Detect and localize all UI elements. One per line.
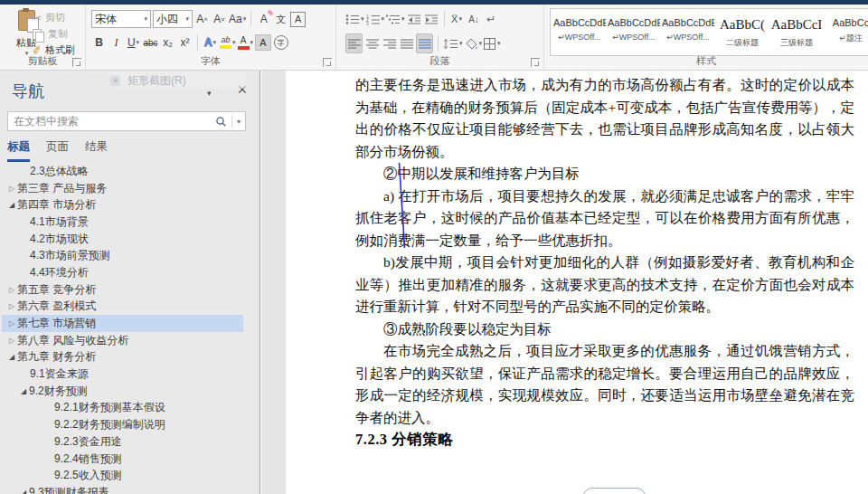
sort-button[interactable]: A↓: [467, 10, 482, 28]
collapse-chevron-icon[interactable]: ◢: [6, 201, 17, 209]
expand-chevron-icon[interactable]: ▷: [6, 286, 17, 294]
strikethrough-button[interactable]: abc: [143, 33, 158, 52]
increase-indent-button[interactable]: [424, 10, 439, 28]
show-hide-marks-button[interactable]: ↵: [484, 10, 499, 28]
style-card[interactable]: AaBbCc↵题注: [825, 11, 868, 53]
expand-chevron-icon[interactable]: ▷: [6, 185, 17, 193]
document-paragraph[interactable]: b)发展中期，项目会针对更加细化的人群（例如摄影爱好者、教育机构和企业等）推出更…: [355, 252, 854, 318]
nav-heading-item[interactable]: ▷第六章 盈利模式: [2, 299, 243, 316]
grow-font-button[interactable]: A˄: [194, 10, 210, 28]
document-paragraph[interactable]: 在市场完全成熟之后，项目应才采取更多的优惠服务，通过饥饿营销方式，引起客户的购买…: [355, 340, 854, 429]
highlight-button[interactable]: ab ▾: [220, 33, 236, 52]
nav-tab-标题[interactable]: 标题: [7, 139, 30, 162]
style-card[interactable]: AaBbCcI三级标题: [770, 11, 823, 53]
underline-button[interactable]: U▾: [126, 33, 141, 52]
collapse-chevron-icon[interactable]: ◢: [18, 387, 29, 395]
nav-heading-item[interactable]: 4.2市场现状: [2, 231, 267, 248]
paragraph-dialog-launcher-icon[interactable]: [531, 58, 540, 67]
rounded-rectangle-shape[interactable]: [583, 488, 646, 494]
document-paragraph[interactable]: ②中期以发展和维持客户为目标: [355, 163, 854, 185]
search-icon[interactable]: [211, 116, 231, 128]
justify-button[interactable]: [399, 34, 414, 52]
shrink-font-button[interactable]: A˅: [212, 10, 227, 28]
change-case-button[interactable]: Aa▾: [229, 10, 246, 28]
document-search-box[interactable]: ▾: [7, 111, 246, 131]
nav-heading-item[interactable]: 9.2.1财务预测基本假设: [2, 400, 280, 417]
nav-tab-页面[interactable]: 页面: [46, 139, 69, 162]
style-card[interactable]: AaBbCcDdE↵WPSOff...: [553, 11, 606, 53]
expand-chevron-icon[interactable]: ▷: [6, 319, 17, 328]
line-spacing-button[interactable]: ▾: [443, 34, 463, 52]
nav-heading-item[interactable]: ◢第九章 财务分析: [2, 349, 243, 366]
distribute-button[interactable]: [416, 33, 433, 53]
document-page[interactable]: 的主要任务是迅速进入市场，成为有力的市场高份额占有者。这时的定价以成本为基础，在…: [286, 71, 868, 494]
phonetic-guide-button[interactable]: 文: [273, 10, 288, 28]
separator: [197, 34, 198, 51]
copy-button[interactable]: 复制: [33, 27, 68, 41]
bold-button[interactable]: B: [91, 33, 107, 52]
font-dialog-launcher-icon[interactable]: [323, 58, 332, 67]
paragraph-group-label: 段落: [336, 54, 543, 68]
nav-heading-item[interactable]: ◢第四章 市场分析: [2, 196, 243, 214]
nav-heading-item[interactable]: ▷第三章 产品与服务: [2, 180, 243, 197]
font-name-select[interactable]: 宋体 ▾: [91, 10, 151, 28]
align-right-button[interactable]: [382, 34, 397, 52]
style-card[interactable]: AaBbCcDdE↵WPSOff...: [608, 11, 660, 53]
search-options-chevron-icon[interactable]: ▾: [232, 118, 245, 126]
nav-heading-item[interactable]: 2.3总体战略: [2, 163, 267, 180]
italic-button[interactable]: I: [108, 33, 124, 52]
style-card[interactable]: AaBbC(二级标题: [716, 11, 769, 53]
nav-heading-item[interactable]: ◢9.2财务预测: [2, 383, 255, 400]
superscript-button[interactable]: x²: [177, 33, 193, 52]
enclose-characters-button[interactable]: 字: [273, 33, 288, 52]
document-heading[interactable]: 7.2.3 分销策略: [355, 429, 854, 451]
nav-heading-item[interactable]: 9.2.4销售预测: [2, 451, 280, 468]
nav-heading-item[interactable]: 9.2.3资金用途: [2, 433, 280, 451]
expand-chevron-icon[interactable]: ▷: [6, 337, 17, 345]
subscript-button[interactable]: x₂: [160, 33, 175, 52]
borders-button[interactable]: ▾: [484, 34, 501, 52]
character-border-button[interactable]: A: [290, 10, 306, 28]
document-body[interactable]: 的主要任务是迅速进入市场，成为有力的市场高份额占有者。这时的定价以成本为基础，在…: [355, 74, 854, 451]
multilevel-list-button[interactable]: ▾: [386, 10, 405, 28]
collapse-chevron-icon[interactable]: ◢: [6, 353, 17, 361]
nav-heading-item[interactable]: 4.1市场背景: [2, 214, 267, 231]
align-left-button[interactable]: [345, 33, 363, 53]
shading-button[interactable]: ▾: [465, 34, 483, 52]
font-name-value: 宋体: [95, 12, 117, 27]
asian-layout-button[interactable]: Ẍ▾: [449, 10, 465, 28]
navigation-options-chevron-icon[interactable]: ▾: [207, 89, 212, 98]
cut-button[interactable]: ✂ 剪切: [33, 11, 65, 24]
clipboard-dialog-launcher-icon[interactable]: [72, 58, 81, 67]
document-paragraph[interactable]: a) 在打开市场后，项目要想持久的发展，就必须满足忠诚客户的需求，牢牢抓住老客户…: [355, 185, 854, 252]
document-paragraph[interactable]: 的主要任务是迅速进入市场，成为有力的市场高份额占有者。这时的定价以成本为基础，在…: [355, 74, 854, 163]
nav-heading-label: 第六章 盈利模式: [17, 299, 96, 314]
bullets-button[interactable]: ▾: [345, 10, 364, 28]
align-center-button[interactable]: [364, 34, 380, 52]
nav-heading-item[interactable]: 9.2.5收入预测: [2, 467, 280, 484]
nav-heading-item[interactable]: ▷第五章 竞争分析: [2, 281, 243, 299]
nav-heading-item[interactable]: ▷第八章 风险与收益分析: [2, 332, 243, 349]
collapse-chevron-icon[interactable]: ◢: [18, 489, 29, 494]
style-card[interactable]: AaBbCcDdE↵WPSOff...: [662, 11, 714, 53]
nav-heading-item[interactable]: 4.3市场前景预测: [2, 247, 267, 264]
nav-heading-item[interactable]: ▷第七章 市场营销: [2, 315, 243, 332]
search-input[interactable]: [8, 115, 211, 128]
font-color-button[interactable]: A ▾: [238, 33, 254, 52]
expand-chevron-icon[interactable]: ▷: [6, 302, 17, 310]
clear-format-button[interactable]: A: [256, 10, 271, 28]
nav-heading-item[interactable]: 9.2.2财务预测编制说明: [2, 416, 280, 433]
decrease-indent-button[interactable]: [407, 10, 422, 28]
nav-heading-item[interactable]: 9.1资金来源: [2, 366, 267, 383]
nav-heading-item[interactable]: 4.4环境分析: [2, 264, 267, 281]
character-shading-button[interactable]: A: [255, 33, 271, 52]
document-paragraph[interactable]: ③成熟阶段要以稳定为目标: [355, 318, 854, 341]
nav-heading-item[interactable]: ◢9.3预测财务报表: [2, 484, 255, 494]
text-effects-button[interactable]: A▾: [203, 33, 218, 52]
nav-tab-结果[interactable]: 结果: [85, 139, 108, 162]
nav-heading-label: 9.2.5收入预测: [54, 468, 122, 483]
font-size-select[interactable]: 小四 ▾: [153, 10, 193, 28]
nav-heading-label: 9.2.3资金用途: [54, 434, 122, 450]
cut-label: 剪切: [45, 11, 65, 24]
numbering-button[interactable]: 123 ▾: [366, 10, 385, 28]
